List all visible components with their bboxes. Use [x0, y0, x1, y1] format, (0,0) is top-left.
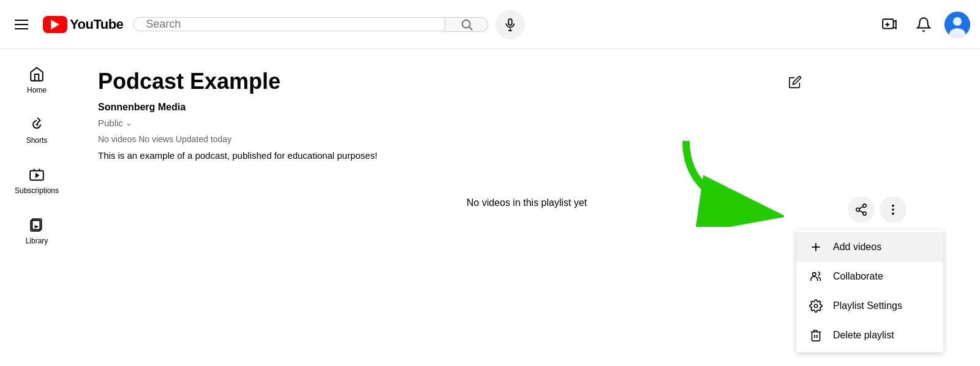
- add-videos-label: Add videos: [833, 242, 881, 253]
- sidebar-item-shorts[interactable]: Shorts: [0, 107, 74, 154]
- svg-point-30: [814, 304, 818, 308]
- no-videos-text: No videos in this playlist yet: [98, 197, 956, 208]
- notifications-button[interactable]: [910, 11, 937, 38]
- svg-point-20: [863, 212, 867, 216]
- edit-button[interactable]: [782, 69, 809, 96]
- svg-point-19: [856, 208, 860, 212]
- search-container: [133, 10, 525, 39]
- mic-button[interactable]: [496, 10, 525, 39]
- svg-point-0: [462, 20, 470, 28]
- edit-icon: [788, 75, 802, 89]
- action-buttons-row: [848, 196, 907, 223]
- create-icon: [881, 17, 897, 32]
- sidebar-shorts-label: Shorts: [26, 136, 48, 145]
- playlist-settings-label: Playlist Settings: [833, 300, 902, 311]
- avatar-icon: [944, 12, 970, 37]
- dropdown-item-playlist-settings[interactable]: Playlist Settings: [796, 291, 943, 321]
- mic-icon: [503, 18, 517, 31]
- meta-row: No videos No views Updated today: [98, 134, 956, 144]
- description: This is an example of a podcast, publish…: [98, 150, 956, 161]
- svg-line-1: [469, 27, 472, 30]
- share-icon: [854, 203, 868, 216]
- search-icon: [460, 18, 473, 31]
- plus-icon: [809, 240, 823, 254]
- svg-point-25: [892, 213, 894, 215]
- svg-point-23: [892, 205, 894, 207]
- dropdown-item-collaborate[interactable]: Collaborate: [796, 262, 943, 291]
- shorts-icon: [29, 116, 45, 132]
- sidebar-item-home[interactable]: Home: [0, 56, 74, 104]
- create-button[interactable]: [876, 11, 903, 38]
- avatar-button[interactable]: [944, 12, 970, 37]
- page-title: Podcast Example: [98, 69, 956, 94]
- svg-point-29: [813, 273, 816, 276]
- trash-icon: [809, 328, 823, 343]
- delete-playlist-label: Delete playlist: [833, 330, 894, 341]
- share-button[interactable]: [848, 196, 875, 223]
- sidebar-subscriptions-label: Subscriptions: [15, 186, 59, 195]
- search-input-wrapper: [133, 17, 445, 31]
- subscriptions-icon: [29, 167, 45, 183]
- sidebar: Home Shorts Subscriptions Library: [0, 49, 74, 366]
- bell-icon: [916, 17, 932, 32]
- header: YouTube: [0, 0, 980, 49]
- youtube-logo[interactable]: YouTube: [43, 16, 123, 33]
- dropdown-item-delete-playlist[interactable]: Delete playlist: [796, 321, 943, 350]
- dropdown-item-add-videos[interactable]: Add videos: [796, 232, 943, 262]
- search-button[interactable]: [445, 17, 488, 32]
- hamburger-button[interactable]: [10, 15, 33, 34]
- svg-marker-12: [36, 173, 40, 178]
- collaborate-icon: [809, 269, 823, 284]
- svg-rect-5: [883, 19, 893, 28]
- visibility-text: Public: [98, 118, 123, 128]
- sidebar-home-label: Home: [27, 86, 47, 94]
- main-content: Podcast Example Sonnenberg Media Public …: [74, 49, 980, 228]
- svg-marker-17: [35, 225, 39, 228]
- more-dots-icon: [886, 203, 900, 216]
- sidebar-item-library[interactable]: Library: [0, 207, 74, 255]
- svg-point-18: [863, 204, 867, 208]
- channel-name: Sonnenberg Media: [98, 102, 956, 113]
- sidebar-item-subscriptions[interactable]: Subscriptions: [0, 157, 74, 205]
- youtube-logo-text: YouTube: [70, 17, 123, 32]
- header-actions: [876, 11, 970, 38]
- visibility-row[interactable]: Public ⌄: [98, 118, 956, 128]
- more-button[interactable]: [880, 196, 907, 223]
- dropdown-menu: Add videos Collaborate Playl: [796, 230, 943, 353]
- svg-line-21: [859, 210, 863, 213]
- settings-icon: [809, 299, 823, 313]
- collaborate-label: Collaborate: [833, 271, 883, 282]
- svg-rect-2: [509, 18, 513, 25]
- svg-point-9: [953, 17, 962, 26]
- search-input[interactable]: [134, 18, 445, 31]
- sidebar-library-label: Library: [26, 237, 48, 245]
- svg-point-24: [892, 208, 894, 211]
- svg-line-22: [859, 207, 863, 209]
- home-icon: [29, 66, 45, 82]
- youtube-logo-icon: [43, 16, 67, 33]
- chevron-down-icon: ⌄: [126, 119, 132, 128]
- library-icon: [29, 217, 45, 233]
